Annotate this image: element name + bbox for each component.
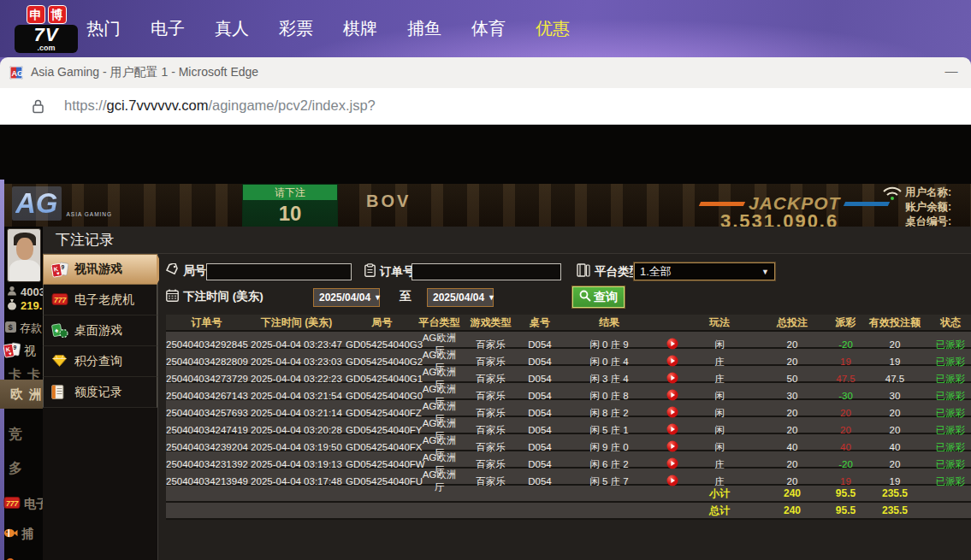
cell-table-no: D054: [521, 391, 559, 401]
cell-bet-time: 2025-04-04 03:21:54: [247, 391, 346, 401]
cell-payout: 20: [831, 408, 861, 418]
cell-total-bet: 20: [754, 357, 831, 367]
replay-play-icon[interactable]: [666, 392, 678, 403]
cell-play: 闲: [685, 339, 754, 351]
panel-tab-3[interactable]: 积分查询: [43, 346, 157, 377]
nav-item-6[interactable]: 体育: [471, 17, 506, 40]
search-button[interactable]: 查询: [572, 286, 625, 308]
nav-item-1[interactable]: 电子: [150, 17, 186, 40]
table-header-cell-8: 玩法: [685, 315, 754, 330]
table-row: 2504040342671432025-04-04 03:21:54GD0542…: [166, 383, 971, 400]
site-logo[interactable]: 申 博 7V .com: [15, 5, 78, 53]
panel-tab-2[interactable]: ♠桌面游戏: [43, 315, 157, 346]
url-path: /agingame/pcv2/index.jsp?: [208, 97, 375, 113]
cell-table-no: D054: [521, 442, 559, 452]
video-games-cards-icon: 9K♥: [51, 262, 68, 277]
url-text[interactable]: https://gci.7vvvvvv.com/agingame/pcv2/in…: [64, 97, 376, 114]
cell-table-no: D054: [521, 339, 559, 350]
nav-item-4[interactable]: 棋牌: [342, 17, 378, 40]
replay-play-icon[interactable]: [666, 341, 678, 351]
deposit-button[interactable]: $存款: [5, 321, 42, 336]
cell-result: 闲 6 庄 2: [559, 458, 660, 471]
date-to-picker[interactable]: 2025/04/04 ▼: [427, 288, 494, 307]
site-header: 申 博 7V .com 热门电子真人彩票棋牌捕鱼体育优惠: [0, 0, 971, 57]
platform-type-select[interactable]: 1.全部 ▼: [634, 262, 775, 280]
table-header-cell-4: 游戏类型: [460, 315, 521, 330]
credit-record-icon: [51, 385, 68, 400]
sum-payout: 95.5: [831, 504, 861, 516]
lobby-balance: 219.: [7, 298, 42, 313]
table-games-icon: ♠: [51, 323, 68, 339]
replay-play-icon[interactable]: [666, 410, 678, 420]
cell-status: 已派彩: [929, 441, 971, 454]
svg-text:$: $: [8, 322, 13, 332]
lobby-menu-duo[interactable]: 多: [9, 460, 28, 478]
lobby-menu-video[interactable]: 9K♥视: [3, 339, 36, 364]
replay-play-icon[interactable]: [666, 375, 678, 386]
sum-valid-bet: 235.5: [861, 504, 929, 516]
date-to-value: 2025/04/04: [433, 292, 484, 304]
cell-play: 庄: [685, 373, 754, 386]
lobby-info-label-0: 用户名称:: [905, 186, 951, 200]
cell-table-no: D054: [521, 476, 559, 486]
cell-table-no: D054: [521, 374, 559, 384]
minimize-button[interactable]: —: [942, 62, 961, 81]
lobby-menu-jing[interactable]: 竞: [9, 426, 28, 444]
cell-game-type: 百家乐: [460, 390, 521, 403]
replay-play-icon[interactable]: [666, 461, 678, 471]
panel-tab-label: 桌面游戏: [74, 323, 122, 339]
cell-round-id: GD054254040FY: [346, 425, 418, 435]
nav-item-7[interactable]: 优惠: [535, 17, 571, 40]
replay-play-icon[interactable]: [666, 444, 678, 454]
date-from-picker[interactable]: 2025/04/04 ▼: [313, 288, 380, 307]
search-button-label: 查询: [594, 290, 618, 305]
svg-text:G: G: [17, 69, 23, 78]
cell-payout: -20: [831, 459, 861, 469]
fish-icon: [3, 528, 18, 541]
browser-urlbar[interactable]: https://gci.7vvvvvv.com/agingame/pcv2/in…: [0, 88, 971, 125]
cell-game-type: 百家乐: [460, 356, 521, 368]
cell-valid-bet: 19: [861, 357, 929, 367]
cell-result: 闲 0 庄 8: [559, 390, 660, 403]
panel-tab-0[interactable]: 9K♥视讯游戏: [43, 254, 157, 285]
cell-table-no: D054: [521, 408, 559, 418]
panel-tab-4[interactable]: 额度记录: [43, 377, 157, 408]
cell-payout: 19: [831, 357, 861, 367]
lobby-menu-fishing[interactable]: 捕: [3, 527, 33, 542]
nav-item-3[interactable]: 彩票: [278, 17, 314, 40]
panel-tab-1[interactable]: 777电子老虎机: [43, 285, 157, 315]
cell-play: 闲: [685, 441, 754, 454]
wifi-icon: [881, 185, 903, 204]
replay-play-icon[interactable]: [666, 478, 678, 488]
cell-status: 已派彩: [929, 356, 971, 368]
nav-item-0[interactable]: 热门: [86, 17, 121, 40]
lobby-menu-more[interactable]: [5, 557, 19, 560]
lobby-username: 4003: [7, 286, 45, 298]
bet-countdown-widget: 请下注 10: [242, 184, 338, 227]
cell-valid-bet: 20: [861, 339, 929, 350]
nav-item-2[interactable]: 真人: [214, 17, 250, 40]
betting-records-panel: 下注记录 9K♥视讯游戏777电子老虎机♠桌面游戏积分查询额度记录 局号 订单号…: [43, 227, 971, 560]
cell-status: 已派彩: [929, 475, 971, 488]
nav-item-5[interactable]: 捕鱼: [406, 17, 442, 40]
cell-replay: [660, 355, 685, 368]
round-number-label: 局号: [166, 263, 206, 279]
panel-sidebar: 9K♥视讯游戏777电子老虎机♠桌面游戏积分查询额度记录: [43, 254, 158, 560]
jackpot-orange-bar: [699, 202, 745, 206]
logo-main-text: 7V: [18, 26, 74, 44]
round-number-input[interactable]: [206, 263, 352, 280]
cell-order-id: 250404034231392: [166, 459, 247, 469]
lobby-menu-slots[interactable]: 777电子: [3, 496, 48, 512]
panel-tab-label: 额度记录: [74, 385, 122, 400]
date-from-value: 2025/04/04: [319, 292, 370, 304]
cell-status: 已派彩: [929, 373, 971, 386]
platform-icon: [577, 263, 590, 280]
lock-icon[interactable]: [32, 99, 44, 117]
replay-play-icon[interactable]: [666, 358, 678, 368]
cell-result: 闲 5 庄 1: [559, 424, 660, 437]
cell-status: 已派彩: [929, 407, 971, 420]
order-number-input[interactable]: [411, 263, 561, 280]
replay-play-icon[interactable]: [666, 427, 678, 437]
sum-total-bet: 240: [754, 504, 831, 516]
search-icon: [579, 290, 591, 304]
